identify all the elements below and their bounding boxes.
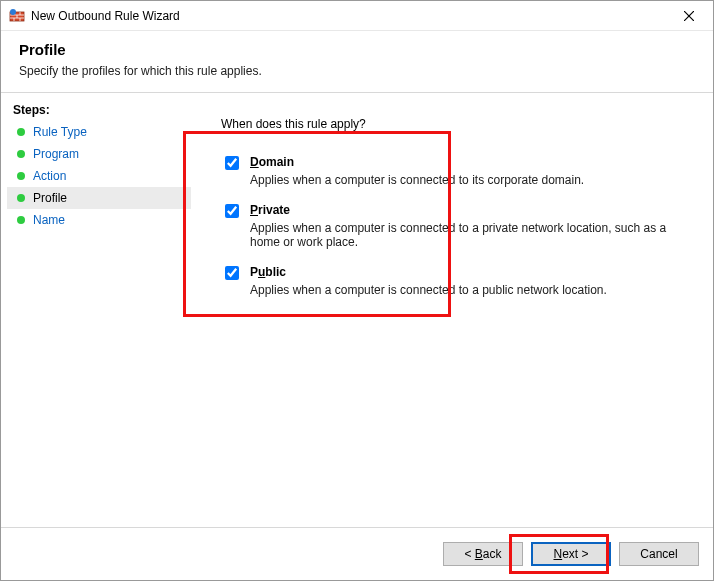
wizard-footer: < Back Next > Cancel	[1, 527, 713, 580]
step-bullet-icon	[17, 150, 25, 158]
close-button[interactable]	[669, 2, 709, 30]
cancel-button[interactable]: Cancel	[619, 542, 699, 566]
page-title: Profile	[19, 41, 695, 58]
firewall-icon	[9, 8, 25, 24]
steps-heading: Steps:	[7, 99, 191, 121]
profile-domain-desc: Applies when a computer is connected to …	[250, 173, 584, 187]
step-label: Rule Type	[33, 125, 87, 139]
profile-public: PublicApplies when a computer is connect…	[221, 265, 693, 297]
profile-private-checkbox[interactable]	[225, 204, 239, 218]
step-label: Action	[33, 169, 66, 183]
wizard-window: New Outbound Rule Wizard Profile Specify…	[0, 0, 714, 581]
wizard-main: When does this rule apply? DomainApplies…	[191, 93, 713, 527]
step-name[interactable]: Name	[7, 209, 191, 231]
page-subtitle: Specify the profiles for which this rule…	[19, 64, 695, 78]
step-profile[interactable]: Profile	[7, 187, 191, 209]
wizard-body: Steps: Rule TypeProgramActionProfileName…	[1, 93, 713, 527]
step-program[interactable]: Program	[7, 143, 191, 165]
profile-domain-checkbox[interactable]	[225, 156, 239, 170]
profile-private-label: Private	[250, 203, 670, 217]
step-label: Program	[33, 147, 79, 161]
profile-prompt: When does this rule apply?	[221, 117, 693, 131]
wizard-header: Profile Specify the profiles for which t…	[1, 31, 713, 93]
steps-sidebar: Steps: Rule TypeProgramActionProfileName	[1, 93, 191, 527]
profile-private: PrivateApplies when a computer is connec…	[221, 203, 693, 249]
window-title: New Outbound Rule Wizard	[31, 9, 669, 23]
close-icon	[684, 11, 694, 21]
profile-public-label: Public	[250, 265, 607, 279]
step-label: Name	[33, 213, 65, 227]
profile-public-desc: Applies when a computer is connected to …	[250, 283, 607, 297]
next-button[interactable]: Next >	[531, 542, 611, 566]
profile-public-checkbox[interactable]	[225, 266, 239, 280]
profile-private-desc: Applies when a computer is connected to …	[250, 221, 670, 249]
step-label: Profile	[33, 191, 67, 205]
step-bullet-icon	[17, 172, 25, 180]
step-bullet-icon	[17, 216, 25, 224]
step-bullet-icon	[17, 128, 25, 136]
step-action[interactable]: Action	[7, 165, 191, 187]
profile-domain-label: Domain	[250, 155, 584, 169]
svg-point-9	[10, 9, 16, 15]
step-rule-type[interactable]: Rule Type	[7, 121, 191, 143]
step-bullet-icon	[17, 194, 25, 202]
titlebar: New Outbound Rule Wizard	[1, 1, 713, 31]
profile-domain: DomainApplies when a computer is connect…	[221, 155, 693, 187]
back-button[interactable]: < Back	[443, 542, 523, 566]
